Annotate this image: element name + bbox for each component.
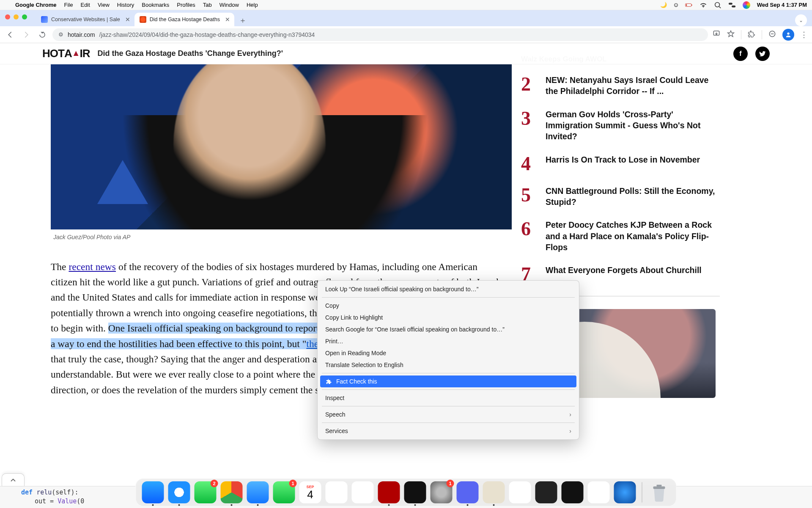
forward-button[interactable]: [20, 29, 32, 41]
submenu-arrow-icon: ›: [569, 411, 571, 418]
extensions-icon[interactable]: [747, 30, 756, 40]
reading-list-icon[interactable]: [768, 30, 776, 40]
menu-history[interactable]: History: [117, 2, 134, 8]
dock-app-discord[interactable]: [457, 481, 479, 503]
dock-app-messages[interactable]: 2: [195, 481, 217, 503]
svg-rect-6: [732, 5, 735, 7]
trending-item[interactable]: 4Harris Is On Track to Lose in November: [521, 154, 720, 174]
facebook-icon[interactable]: f: [733, 47, 748, 61]
tab-conservative-websites[interactable]: Conservative Websites | Sale ✕: [36, 13, 134, 26]
chrome-menu-button[interactable]: ⋮: [800, 30, 808, 39]
window-controls: [5, 14, 27, 19]
cm-services[interactable]: Services›: [318, 425, 579, 437]
svg-rect-2: [686, 4, 687, 6]
cm-look-up[interactable]: Look Up “One Israeli official speaking o…: [318, 283, 579, 295]
running-indicator-icon: [257, 504, 259, 506]
menu-profiles[interactable]: Profiles: [177, 2, 195, 8]
cm-copy[interactable]: Copy: [318, 300, 579, 312]
tab-favicon-icon: [140, 16, 146, 23]
tab-close-button[interactable]: ✕: [125, 16, 130, 23]
dock-app-terminal[interactable]: [404, 481, 426, 503]
dock-app-safari[interactable]: [168, 481, 190, 503]
siri-icon[interactable]: [743, 1, 750, 9]
dock-app-textedit[interactable]: [588, 481, 610, 503]
menu-view[interactable]: View: [98, 2, 110, 8]
chrome-window: Conservative Websites | Sale ✕ Did the G…: [0, 10, 812, 508]
menu-edit[interactable]: Edit: [80, 2, 90, 8]
new-tab-button[interactable]: ＋: [237, 14, 249, 26]
cm-inspect[interactable]: Inspect: [318, 392, 579, 404]
control-center-icon[interactable]: [728, 1, 736, 9]
divider: [322, 422, 575, 423]
trending-item[interactable]: 2NEW: Netanyahu Says Israel Could Leave …: [521, 75, 720, 97]
app-name[interactable]: Google Chrome: [15, 2, 57, 8]
running-indicator-icon: [388, 504, 390, 506]
dock-app-chrome[interactable]: [221, 481, 243, 503]
bookmark-star-icon[interactable]: [727, 30, 735, 40]
reload-button[interactable]: [36, 29, 48, 41]
badge: 1: [447, 480, 454, 487]
install-app-icon[interactable]: [712, 30, 721, 40]
tab-overflow-button[interactable]: ⌄: [795, 14, 807, 26]
cm-copy-link-to-highlight[interactable]: Copy Link to Highlight: [318, 312, 579, 323]
dock-app-calendar[interactable]: SEP4: [299, 481, 321, 503]
cm-search-google[interactable]: Search Google for “One Israeli official …: [318, 323, 579, 335]
cm-speech[interactable]: Speech›: [318, 409, 579, 420]
dock-app-filezilla[interactable]: [378, 481, 400, 503]
mac-menubar: Google Chrome File Edit View History Boo…: [0, 0, 812, 10]
menu-tab[interactable]: Tab: [203, 2, 212, 8]
cm-print[interactable]: Print…: [318, 335, 579, 347]
profile-button[interactable]: [782, 29, 794, 41]
playback-icon[interactable]: ⊙: [674, 2, 678, 8]
dock-app-davinci[interactable]: [562, 481, 584, 503]
dock-app-quicktime[interactable]: [614, 481, 636, 503]
dock-app-xcode[interactable]: [509, 481, 531, 503]
dock-trash[interactable]: [648, 481, 670, 503]
cm-translate[interactable]: Translate Selection to English: [318, 359, 579, 371]
running-indicator-icon: [178, 504, 180, 506]
article-hero-image: [51, 64, 512, 229]
running-indicator-icon: [152, 504, 154, 506]
tab-close-button[interactable]: ✕: [225, 16, 230, 23]
menu-file[interactable]: File: [64, 2, 73, 8]
badge: 2: [211, 480, 218, 487]
menu-bookmarks[interactable]: Bookmarks: [142, 2, 169, 8]
moon-icon[interactable]: 🌙: [660, 2, 667, 8]
site-settings-icon[interactable]: ⚙: [58, 31, 63, 38]
search-menubar-icon[interactable]: [714, 1, 721, 9]
window-close-button[interactable]: [5, 14, 10, 19]
menu-help[interactable]: Help: [247, 2, 258, 8]
trending-item[interactable]: 5CNN Battleground Polls: Still the Econo…: [521, 185, 720, 208]
wifi-icon[interactable]: [700, 1, 707, 9]
menubar-clock[interactable]: Wed Sep 4 1:37 PM: [757, 2, 807, 8]
window-minimize-button[interactable]: [14, 14, 19, 19]
expand-chevron-button[interactable]: [2, 473, 25, 486]
trending-item[interactable]: 3German Gov Holds 'Cross-Party' Immigrat…: [521, 109, 720, 142]
window-zoom-button[interactable]: [22, 14, 27, 19]
svg-point-3: [715, 2, 719, 7]
dock-app-mail[interactable]: [247, 481, 269, 503]
dock-app-squirrel[interactable]: [483, 481, 505, 503]
link-recent-news[interactable]: recent news: [69, 261, 116, 272]
dock-app-anki[interactable]: [352, 481, 374, 503]
battery-icon[interactable]: [685, 1, 693, 9]
trending-item[interactable]: 6Peter Doocy Catches KJP Between a Rock …: [521, 219, 720, 253]
cm-open-reading-mode[interactable]: Open in Reading Mode: [318, 347, 579, 359]
url-host: hotair.com: [68, 31, 95, 38]
back-button[interactable]: [4, 29, 16, 41]
flame-icon: ▲: [72, 48, 80, 58]
context-menu: Look Up “One Israeli official speaking o…: [317, 280, 579, 440]
address-bar[interactable]: ⚙ hotair.com/jazz-shaw/2024/09/04/did-th…: [52, 28, 708, 41]
tab-gaza-hostage[interactable]: Did the Gaza Hostage Deaths ✕: [134, 13, 234, 26]
running-indicator-icon: [414, 504, 416, 506]
dock-app-finder[interactable]: [142, 481, 164, 503]
dock-app-reminders[interactable]: [326, 481, 348, 503]
menu-window[interactable]: Window: [219, 2, 239, 8]
dock-divider: [642, 482, 642, 502]
dock-app-obs[interactable]: [535, 481, 557, 503]
dock-app-facetime[interactable]: 1: [273, 481, 295, 503]
cm-fact-check-this[interactable]: Fact Check this: [320, 375, 576, 387]
site-logo[interactable]: HOTA▲IR: [42, 47, 90, 60]
twitter-icon[interactable]: [755, 47, 770, 61]
dock-app-settings[interactable]: 1: [431, 481, 453, 503]
